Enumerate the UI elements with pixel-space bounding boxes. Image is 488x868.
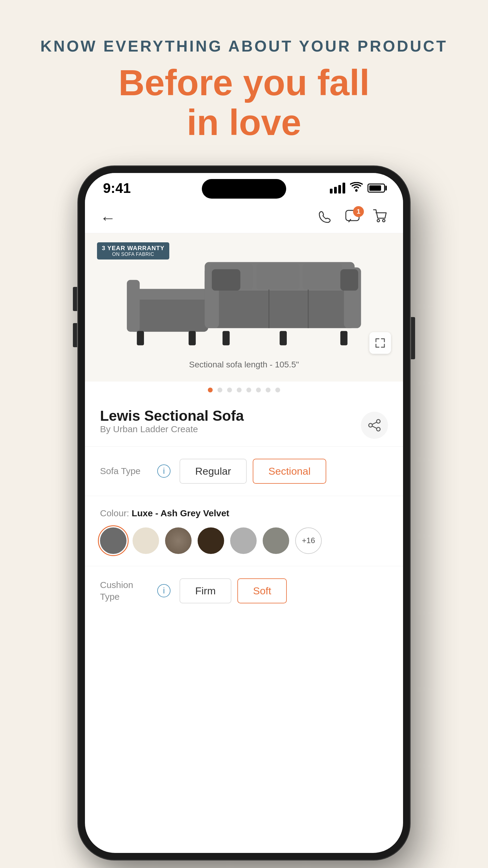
svg-point-2: [377, 219, 380, 222]
svg-point-24: [369, 424, 372, 427]
sofa-product-image: [97, 242, 391, 357]
status-icons: [330, 181, 385, 194]
cushion-type-options: Firm Soft: [180, 578, 287, 603]
swatch-ash-grey[interactable]: [100, 527, 127, 554]
battery-icon: [367, 184, 385, 193]
phone-frame: 9:41: [78, 166, 410, 860]
svg-rect-16: [340, 269, 358, 290]
sofa-type-label: Sofa Type: [100, 466, 148, 476]
swatch-dark-brown[interactable]: [198, 527, 224, 554]
product-title-row: Lewis Sectional Sofa By Urban Ladder Cre…: [100, 407, 388, 443]
sofa-svg: [119, 242, 369, 357]
product-brand: By Urban Ladder Create: [100, 424, 244, 434]
svg-point-3: [383, 219, 385, 222]
signal-icon: [330, 183, 345, 193]
wifi-icon: [350, 181, 363, 194]
page-background: KNOW EVERYTHING ABOUT YOUR PRODUCT Befor…: [0, 0, 488, 868]
sofa-type-regular-button[interactable]: Regular: [180, 459, 247, 484]
dynamic-island: [202, 179, 286, 198]
svg-point-23: [377, 420, 380, 423]
header-section: KNOW EVERYTHING ABOUT YOUR PRODUCT Befor…: [40, 36, 448, 142]
header-subtitle: KNOW EVERYTHING ABOUT YOUR PRODUCT: [40, 36, 448, 57]
back-button[interactable]: ←: [100, 209, 116, 227]
swatch-cream[interactable]: [133, 527, 159, 554]
swatch-light-grey[interactable]: [230, 527, 257, 554]
cushion-type-label: CushionType: [100, 579, 148, 602]
phone-screen: 9:41: [85, 173, 403, 853]
status-time: 9:41: [103, 180, 131, 196]
svg-rect-18: [137, 331, 144, 345]
colour-label: Colour: Luxe - Ash Grey Velvet: [100, 508, 388, 518]
svg-rect-19: [189, 331, 196, 345]
svg-point-25: [377, 427, 380, 431]
status-bar: 9:41: [85, 173, 403, 203]
dot-8[interactable]: [275, 388, 280, 393]
cushion-soft-button[interactable]: Soft: [237, 578, 287, 603]
product-info: Lewis Sectional Sofa By Urban Ladder Cre…: [85, 401, 403, 443]
chat-badge: 1: [353, 206, 364, 217]
svg-line-27: [372, 426, 377, 428]
share-button[interactable]: [361, 412, 388, 439]
svg-rect-17: [127, 280, 140, 332]
chat-button[interactable]: 1: [345, 209, 360, 227]
dot-3[interactable]: [227, 388, 232, 393]
phone-mockup: 9:41: [78, 166, 410, 860]
svg-rect-15: [212, 269, 240, 290]
side-button-left1: [73, 287, 77, 311]
cushion-firm-button[interactable]: Firm: [180, 578, 231, 603]
svg-rect-13: [256, 264, 299, 289]
sofa-type-row: Sofa Type i Regular Sectional: [85, 447, 403, 496]
colour-swatches: +16: [100, 527, 388, 554]
swatch-dark-grey[interactable]: [263, 527, 289, 554]
product-title-block: Lewis Sectional Sofa By Urban Ladder Cre…: [100, 407, 244, 443]
svg-rect-21: [280, 331, 287, 345]
dot-5[interactable]: [247, 388, 251, 393]
sofa-type-info-icon[interactable]: i: [157, 464, 170, 478]
image-caption: Sectional sofa length - 105.5": [97, 357, 391, 375]
svg-rect-20: [223, 331, 230, 345]
nav-bar: ← 1: [85, 203, 403, 233]
colour-value: Luxe - Ash Grey Velvet: [132, 508, 229, 518]
cushion-type-info-icon[interactable]: i: [157, 584, 170, 597]
dot-2[interactable]: [218, 388, 222, 393]
svg-rect-5: [130, 289, 208, 300]
product-image-area: 3 YEAR WARRANTY ON SOFA FABRIC: [85, 233, 403, 381]
cart-button[interactable]: [372, 209, 388, 227]
product-title: Lewis Sectional Sofa: [100, 407, 244, 424]
side-button-right: [411, 317, 415, 359]
image-dots: [85, 381, 403, 401]
swatch-brown-weave[interactable]: [165, 527, 192, 554]
dot-1[interactable]: [208, 388, 213, 393]
sofa-type-options: Regular Sectional: [180, 459, 326, 484]
sofa-type-sectional-button[interactable]: Sectional: [253, 459, 326, 484]
dot-7[interactable]: [266, 388, 270, 393]
nav-actions: 1: [318, 209, 388, 227]
expand-button[interactable]: [369, 332, 391, 354]
dot-6[interactable]: [256, 388, 261, 393]
header-main-title: Before you fallin love: [40, 63, 448, 142]
phone-button[interactable]: [318, 209, 332, 227]
side-button-left2: [73, 323, 77, 347]
svg-point-0: [355, 189, 358, 192]
dot-4[interactable]: [237, 388, 241, 393]
svg-rect-14: [303, 264, 342, 289]
cushion-type-row: CushionType i Firm Soft: [85, 566, 403, 615]
swatch-more-button[interactable]: +16: [295, 527, 322, 554]
svg-line-26: [372, 422, 377, 424]
colour-section: Colour: Luxe - Ash Grey Velvet +16: [85, 496, 403, 566]
svg-rect-22: [340, 331, 348, 345]
